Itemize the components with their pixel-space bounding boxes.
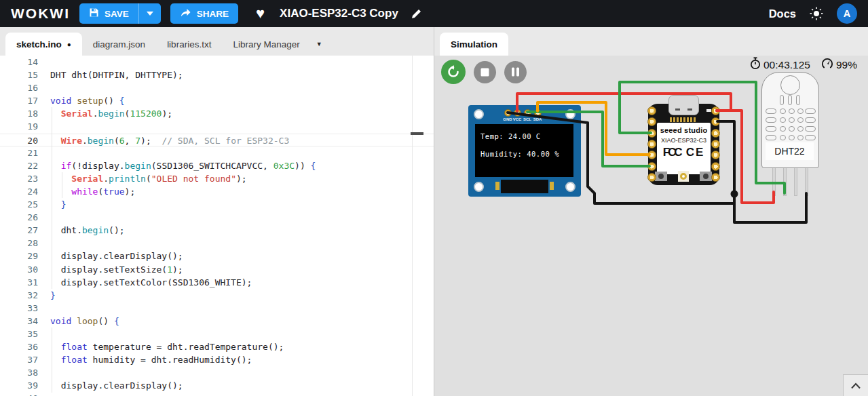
save-button[interactable]: SAVE [79,3,138,24]
share-icon [180,7,191,20]
dht22-pin[interactable] [772,166,776,196]
fcc-mark: FCC [663,146,681,159]
cpu-gauge-icon [821,58,833,73]
xiao-pin[interactable] [647,117,656,126]
restart-button[interactable] [441,60,466,84]
code-line-38[interactable]: 38 [0,366,434,379]
code-editor[interactable]: 1415DHT dht(DHTPIN, DHTTYPE);1617void se… [0,56,434,396]
mounting-hole [474,109,484,119]
xiao-pin[interactable] [711,106,720,115]
dht22-sensor[interactable]: DHT22 [761,72,819,168]
dht22-pin[interactable] [805,166,808,196]
chevron-down-icon[interactable]: ▼ [316,41,322,47]
line-number: 23 [0,172,38,185]
code-line-18[interactable]: 18 Serial.begin(115200); [0,107,434,120]
cert-marks: FCC CE [657,146,711,159]
stop-button[interactable] [474,61,496,83]
expand-bottom-panel-button[interactable] [843,374,868,396]
share-button[interactable]: SHARE [170,3,238,24]
code-line-30[interactable]: 30 display.setTextSize(1); [0,263,434,276]
xiao-pin[interactable] [711,117,720,126]
line-number: 40 [0,392,38,396]
code-line-34[interactable]: 34void loop() { [0,315,434,328]
chevron-up-icon [850,382,861,389]
code-line-40[interactable]: 40 [0,392,434,396]
xiao-pin[interactable] [711,173,720,182]
oled-display[interactable]: GNDVCCSCLSDA Temp: 24.00 C Humidity: 40.… [468,105,581,197]
code-line-20[interactable]: 20 Wire.begin(6, 7); // SDA, SCL for ESP… [0,134,434,146]
docs-link[interactable]: Docs [769,7,796,20]
pause-button[interactable] [504,61,527,83]
dht22-pin[interactable] [783,166,787,196]
code-line-14[interactable]: 14 [0,56,434,68]
line-number: 36 [0,340,38,353]
code-line-28[interactable]: 28 [0,237,434,250]
code-line-25[interactable]: 25 } [0,198,434,211]
oled-screen: Temp: 24.00 C Humidity: 40.00 % [475,124,573,177]
xiao-pin[interactable] [711,129,720,138]
code-line-29[interactable]: 29 display.clearDisplay(); [0,250,434,262]
edit-title-pencil-icon[interactable] [411,8,422,20]
code-line-23[interactable]: 23 Serial.println("OLED not found"); [0,172,434,185]
xiao-led [706,109,711,112]
line-number: 15 [0,68,38,81]
code-line-17[interactable]: 17void setup() { [0,94,434,107]
line-number: 34 [0,315,38,328]
theme-toggle-sun-icon[interactable] [810,7,823,20]
tab-sketch-ino[interactable]: sketch.ino● [5,33,82,56]
oled-pin-scl[interactable] [524,109,531,117]
main-split: sketch.ino●diagram.jsonlibraries.txtLibr… [0,27,868,396]
code-line-19[interactable]: 19 [0,120,434,133]
topbar-right: Docs A [769,3,857,24]
ce-mark: CE [686,146,705,159]
line-number: 25 [0,198,38,211]
code-line-22[interactable]: 22 if(!display.begin(SSD1306_SWITCHCAPVC… [0,159,434,172]
tab-library-manager[interactable]: Library Manager▼ [222,33,333,56]
tab-diagram-json[interactable]: diagram.json [82,33,156,56]
cpu-load: 99% [836,59,857,71]
tab-simulation[interactable]: Simulation [440,33,508,56]
line-number: 17 [0,94,38,107]
avatar[interactable]: A [837,3,857,24]
restart-icon [446,64,461,79]
code-line-39[interactable]: 39 display.clearDisplay(); [0,379,434,392]
code-line-24[interactable]: 24 while(true); [0,185,434,198]
code-line-15[interactable]: 15DHT dht(DHTPIN, DHTTYPE); [0,68,434,81]
xiao-pin[interactable] [711,140,720,148]
code-line-27[interactable]: 27 dht.begin(); [0,224,434,237]
xiao-pin[interactable] [647,151,656,159]
oled-screen-line1: Temp: 24.00 C [480,132,541,140]
xiao-pin[interactable] [647,106,656,115]
xiao-esp32-c3-board[interactable]: seeed studio XIAO-ESP32-C3 FCC CE [648,104,719,185]
indent-guide [52,107,52,289]
code-line-35[interactable]: 35 [0,328,434,340]
code-line-37[interactable]: 37 float humidity = dht.readHumidity(); [0,353,434,366]
dht22-pin[interactable] [794,166,797,196]
editor-pane: sketch.ino●diagram.jsonlibraries.txtLibr… [0,27,434,396]
code-line-31[interactable]: 31 display.setTextColor(SSD1306_WHITE); [0,276,434,289]
wokwi-logo[interactable]: WOKWI [11,5,70,22]
xiao-pin[interactable] [647,162,656,171]
share-button-label: SHARE [197,9,229,19]
oled-pin-vcc[interactable] [514,109,521,117]
code-line-16[interactable]: 16 [0,81,434,94]
code-line-26[interactable]: 26 [0,211,434,224]
line-number: 22 [0,159,38,172]
xiao-pin[interactable] [711,151,720,159]
mounting-hole [565,109,575,119]
sim-canvas[interactable]: 00:43.125 99% GNDVCCSCLSDA Temp: 24.00 C… [434,56,868,396]
xiao-pin[interactable] [711,162,720,171]
xiao-pin[interactable] [647,129,656,138]
code-line-36[interactable]: 36 float temperature = dht.readTemperatu… [0,340,434,353]
line-number: 27 [0,224,38,237]
xiao-pin[interactable] [647,173,656,182]
code-line-33[interactable]: 33 [0,302,434,315]
code-line-32[interactable]: 32} [0,289,434,302]
tab-libraries-txt[interactable]: libraries.txt [156,33,222,56]
save-options-button[interactable] [139,3,161,24]
code-line-21[interactable]: 21 [0,146,434,159]
xiao-pin[interactable] [647,140,656,148]
oled-pin-sda[interactable] [534,109,542,117]
oled-pin-gnd[interactable] [504,109,512,117]
favorite-heart-icon[interactable]: ♥ [256,5,265,22]
